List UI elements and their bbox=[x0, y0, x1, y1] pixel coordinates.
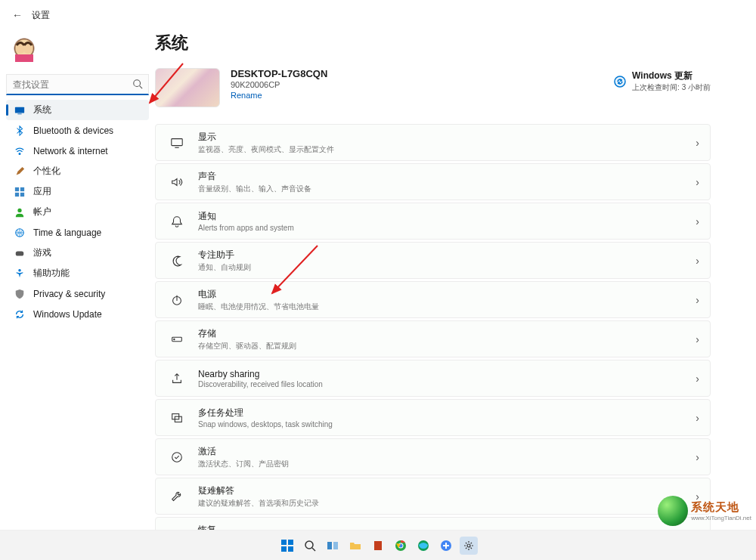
svg-point-16 bbox=[615, 76, 625, 87]
row-power[interactable]: 电源睡眠、电池使用情况、节省电池电量 › bbox=[155, 281, 711, 318]
svg-rect-31 bbox=[288, 546, 293, 552]
svg-rect-34 bbox=[327, 542, 332, 549]
svg-rect-28 bbox=[281, 540, 287, 545]
power-icon bbox=[169, 293, 184, 307]
sidebar-item-update[interactable]: Windows Update bbox=[6, 304, 149, 324]
taskbar-explorer[interactable] bbox=[346, 537, 364, 555]
svg-rect-14 bbox=[16, 251, 24, 255]
taskbar bbox=[0, 530, 756, 560]
sidebar-item-personalization[interactable]: 个性化 bbox=[6, 161, 149, 181]
row-focus[interactable]: 专注助手通知、自动规则 › bbox=[155, 242, 711, 279]
row-subtitle: 音量级别、输出、输入、声音设备 bbox=[198, 184, 696, 194]
svg-rect-2 bbox=[15, 54, 33, 62]
row-troubleshoot[interactable]: 疑难解答建议的疑难解答、首选项和历史记录 › bbox=[155, 478, 711, 515]
svg-point-42 bbox=[467, 544, 470, 547]
sidebar-item-accounts[interactable]: 帐户 bbox=[6, 202, 149, 222]
taskbar-app[interactable] bbox=[437, 537, 455, 555]
row-title: 通知 bbox=[198, 210, 696, 223]
row-storage[interactable]: 存储存储空间、驱动器、配置规则 › bbox=[155, 320, 711, 357]
sidebar-item-label: Network & internet bbox=[33, 146, 108, 156]
back-button[interactable]: ← bbox=[12, 9, 23, 21]
row-title: 专注助手 bbox=[198, 249, 696, 261]
sidebar-item-privacy[interactable]: Privacy & security bbox=[6, 283, 149, 304]
language-icon bbox=[14, 227, 26, 239]
chevron-right-icon: › bbox=[696, 137, 699, 149]
svg-rect-35 bbox=[333, 542, 338, 549]
watermark-title: 系统天地 bbox=[691, 500, 751, 515]
update-icon bbox=[14, 308, 26, 320]
svg-rect-29 bbox=[288, 540, 293, 545]
row-activation[interactable]: 激活激活状态、订阅、产品密钥 › bbox=[155, 438, 711, 475]
gaming-icon bbox=[14, 247, 26, 259]
row-subtitle: 监视器、亮度、夜间模式、显示配置文件 bbox=[198, 144, 696, 155]
sidebar-item-network[interactable]: Network & internet bbox=[6, 141, 149, 161]
sidebar-item-label: Privacy & security bbox=[33, 289, 105, 299]
main-layout: 系统 Bluetooth & devices Network & interne… bbox=[0, 30, 756, 529]
svg-point-1 bbox=[23, 45, 33, 54]
user-avatar[interactable] bbox=[9, 36, 39, 67]
row-subtitle: Snap windows, desktops, task switching bbox=[198, 420, 696, 429]
sidebar-item-bluetooth[interactable]: Bluetooth & devices bbox=[6, 120, 149, 141]
sidebar-item-gaming[interactable]: 游戏 bbox=[6, 243, 149, 263]
svg-point-25 bbox=[172, 452, 182, 462]
bell-icon bbox=[169, 215, 184, 228]
device-thumbnail bbox=[155, 68, 220, 107]
taskbar-search[interactable] bbox=[301, 537, 319, 555]
row-subtitle: Discoverability, received files location bbox=[198, 380, 696, 388]
taskbar-settings[interactable] bbox=[460, 537, 478, 555]
moon-icon bbox=[169, 254, 184, 268]
svg-point-3 bbox=[134, 80, 141, 87]
sidebar-item-label: Bluetooth & devices bbox=[33, 125, 113, 136]
row-title: 电源 bbox=[198, 288, 696, 301]
row-title: 声音 bbox=[198, 170, 696, 183]
sync-icon bbox=[614, 76, 626, 88]
row-title: Nearby sharing bbox=[198, 369, 696, 379]
row-nearby-sharing[interactable]: Nearby sharingDiscoverability, received … bbox=[155, 360, 711, 397]
row-title: 多任务处理 bbox=[198, 407, 696, 419]
taskbar-taskview[interactable] bbox=[324, 537, 342, 555]
update-title: Windows 更新 bbox=[632, 70, 711, 82]
rename-link[interactable]: Rename bbox=[231, 91, 262, 100]
row-subtitle: 通知、自动规则 bbox=[198, 262, 696, 273]
svg-point-22 bbox=[174, 339, 175, 339]
user-icon bbox=[14, 206, 26, 218]
svg-rect-5 bbox=[15, 107, 24, 113]
share-icon bbox=[169, 372, 184, 385]
row-multitasking[interactable]: 多任务处理Snap windows, desktops, task switch… bbox=[155, 399, 711, 436]
taskbar-chrome[interactable] bbox=[392, 537, 410, 555]
chevron-right-icon: › bbox=[696, 255, 699, 267]
apps-icon bbox=[14, 186, 26, 198]
chevron-right-icon: › bbox=[696, 373, 699, 385]
row-subtitle: 激活状态、订阅、产品密钥 bbox=[198, 459, 696, 469]
windows-update-status[interactable]: Windows 更新 上次检查时间: 3 小时前 bbox=[614, 70, 711, 93]
watermark: 系统天地 www.XiTongTianDi.net bbox=[658, 492, 751, 530]
sidebar-item-label: 应用 bbox=[33, 185, 51, 198]
taskbar-office[interactable] bbox=[369, 537, 387, 555]
chevron-right-icon: › bbox=[696, 215, 699, 227]
sidebar-item-time-language[interactable]: Time & language bbox=[6, 222, 149, 243]
sidebar-item-apps[interactable]: 应用 bbox=[6, 181, 149, 202]
svg-rect-10 bbox=[15, 192, 19, 196]
row-display[interactable]: 显示监视器、亮度、夜间模式、显示配置文件 › bbox=[155, 124, 711, 161]
shield-icon bbox=[14, 288, 26, 300]
svg-point-32 bbox=[305, 541, 313, 549]
taskbar-edge[interactable] bbox=[414, 537, 432, 555]
brush-icon bbox=[14, 166, 26, 178]
chevron-right-icon: › bbox=[696, 176, 699, 188]
start-button[interactable] bbox=[278, 537, 296, 555]
system-icon bbox=[14, 104, 26, 116]
accessibility-icon bbox=[14, 268, 26, 280]
search-input[interactable] bbox=[6, 74, 149, 95]
svg-rect-36 bbox=[374, 541, 382, 550]
storage-icon bbox=[169, 333, 184, 346]
svg-point-7 bbox=[19, 153, 20, 154]
chevron-right-icon: › bbox=[696, 412, 699, 424]
row-title: 显示 bbox=[198, 131, 696, 144]
sidebar-item-accessibility[interactable]: 辅助功能 bbox=[6, 263, 149, 283]
update-subtitle: 上次检查时间: 3 小时前 bbox=[632, 82, 711, 93]
chevron-right-icon: › bbox=[696, 294, 699, 306]
row-notifications[interactable]: 通知Alerts from apps and system › bbox=[155, 203, 711, 240]
sidebar-item-system[interactable]: 系统 bbox=[6, 100, 149, 120]
search-box[interactable] bbox=[6, 74, 149, 95]
row-sound[interactable]: 声音音量级别、输出、输入、声音设备 › bbox=[155, 163, 711, 200]
